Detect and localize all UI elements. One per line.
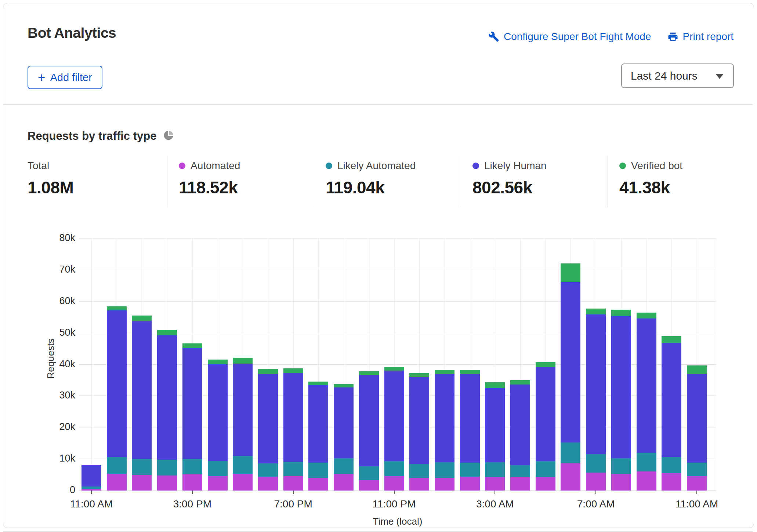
configure-super-bot-fight-mode-link[interactable]: Configure Super Bot Fight Mode — [488, 31, 651, 43]
bar-segment-likely-human — [687, 374, 707, 463]
bar-11-00-am[interactable] — [82, 238, 101, 491]
x-tick-mark — [595, 491, 596, 494]
bar-6-00-pm[interactable] — [258, 238, 278, 491]
stat-divider — [167, 156, 167, 208]
bar-2-00-am[interactable] — [460, 238, 480, 491]
bar-segment-likely-automated — [460, 463, 480, 477]
bar-segment-likely-automated — [510, 465, 530, 477]
x-tick-label: 7:00 AM — [577, 498, 615, 510]
bar-7-00-pm[interactable] — [283, 238, 303, 491]
bar-segment-likely-automated — [107, 457, 127, 474]
bar-2-00-pm[interactable] — [157, 238, 177, 491]
bar-8-00-am[interactable] — [611, 238, 631, 491]
bar-segment-likely-automated — [435, 462, 454, 478]
time-range-value: Last 24 hours — [631, 70, 698, 82]
bar-segment-automated — [687, 476, 707, 491]
chevron-down-icon — [716, 74, 724, 79]
bar-segment-likely-human — [359, 375, 379, 466]
bar-segment-likely-human — [283, 373, 303, 462]
bar-segment-automated — [182, 474, 202, 491]
bar-segment-automated — [460, 477, 480, 491]
y-tick-label: 40k — [20, 358, 75, 370]
bar-segment-automated — [283, 476, 303, 491]
bar-3-00-pm[interactable] — [182, 238, 202, 491]
header-divider — [3, 104, 753, 105]
x-tick-mark — [394, 491, 395, 494]
print-report-link[interactable]: Print report — [667, 31, 734, 43]
bar-9-00-pm[interactable] — [334, 238, 354, 491]
bar-segment-likely-human — [384, 371, 404, 461]
time-range-select[interactable]: Last 24 hours — [621, 63, 734, 88]
bar-segment-verified-bot — [208, 360, 228, 364]
bar-segment-likely-human — [208, 364, 228, 461]
bar-segment-likely-automated — [561, 442, 580, 464]
bar-segment-likely-automated — [258, 463, 278, 477]
bar-segment-likely-automated — [409, 464, 429, 478]
bar-1-00-pm[interactable] — [132, 238, 152, 491]
bar-8-00-pm[interactable] — [308, 238, 328, 491]
bar-5-00-pm[interactable] — [233, 238, 253, 491]
bar-11-00-pm[interactable] — [384, 238, 404, 491]
bar-segment-automated — [359, 480, 379, 491]
bar-segment-verified-bot — [107, 306, 127, 310]
x-tick-mark — [495, 491, 495, 494]
bar-segment-likely-automated — [157, 460, 177, 475]
bar-12-00-pm[interactable] — [107, 238, 127, 491]
bar-segment-likely-automated — [637, 453, 656, 471]
x-tick-label: 11:00 AM — [70, 498, 113, 510]
bar-9-00-am[interactable] — [637, 238, 656, 491]
bar-4-00-am[interactable] — [510, 238, 530, 491]
bar-5-00-am[interactable] — [536, 238, 555, 491]
bar-segment-automated — [485, 477, 505, 491]
stat-likely-automated: Likely Automated 119.04k — [326, 160, 458, 197]
y-tick-label: 80k — [20, 232, 75, 244]
bar-11-00-am[interactable] — [687, 238, 707, 491]
bar-segment-likely-automated — [611, 458, 631, 474]
bar-segment-verified-bot — [510, 380, 530, 384]
bar-segment-likely-human — [233, 364, 253, 456]
plus-icon: + — [38, 71, 45, 84]
bar-segment-verified-bot — [182, 343, 202, 348]
bar-segment-likely-automated — [208, 461, 228, 475]
bar-segment-likely-human — [637, 318, 656, 453]
bar-segment-automated — [637, 471, 656, 491]
bar-segment-automated — [208, 476, 228, 491]
likely-human-dot-icon — [472, 163, 479, 169]
add-filter-button[interactable]: + Add filter — [28, 66, 102, 89]
bar-segment-likely-human — [536, 367, 555, 462]
bar-segment-likely-human — [510, 385, 530, 466]
bar-12-00-am[interactable] — [409, 238, 429, 491]
bar-10-00-am[interactable] — [662, 238, 681, 491]
bar-7-00-am[interactable] — [586, 238, 606, 491]
bar-segment-likely-automated — [334, 458, 354, 474]
bar-segment-verified-bot — [662, 336, 681, 343]
y-tick-label: 60k — [20, 295, 75, 307]
bar-segment-verified-bot — [359, 371, 379, 375]
automated-dot-icon — [179, 163, 185, 169]
bar-segment-likely-automated — [233, 456, 253, 474]
bar-segment-automated — [510, 477, 530, 491]
bar-3-00-am[interactable] — [485, 238, 505, 491]
bar-segment-likely-human — [82, 465, 101, 487]
plot-area — [79, 238, 716, 491]
bar-6-00-am[interactable] — [561, 238, 580, 491]
bar-segment-likely-automated — [687, 463, 707, 475]
bar-segment-likely-human — [485, 388, 505, 462]
stat-verified-bot: Verified bot 41.38k — [619, 160, 751, 197]
bar-4-00-pm[interactable] — [208, 238, 228, 491]
bar-segment-verified-bot — [308, 382, 328, 385]
bar-segment-verified-bot — [283, 368, 303, 373]
stat-total: Total 1.08M — [28, 160, 160, 197]
bar-1-00-am[interactable] — [435, 238, 454, 491]
bar-segment-verified-bot — [460, 370, 480, 374]
bar-segment-verified-bot — [435, 370, 454, 374]
stat-verified-bot-value: 41.38k — [619, 178, 751, 197]
y-tick-label: 70k — [20, 264, 75, 275]
bar-segment-likely-automated — [536, 461, 555, 477]
bar-10-00-pm[interactable] — [359, 238, 379, 491]
x-tick-label: 3:00 PM — [173, 498, 211, 510]
bar-segment-verified-bot — [384, 367, 404, 370]
x-tick-mark — [91, 491, 92, 494]
bar-segment-likely-automated — [384, 461, 404, 476]
bar-segment-likely-human — [157, 335, 177, 460]
